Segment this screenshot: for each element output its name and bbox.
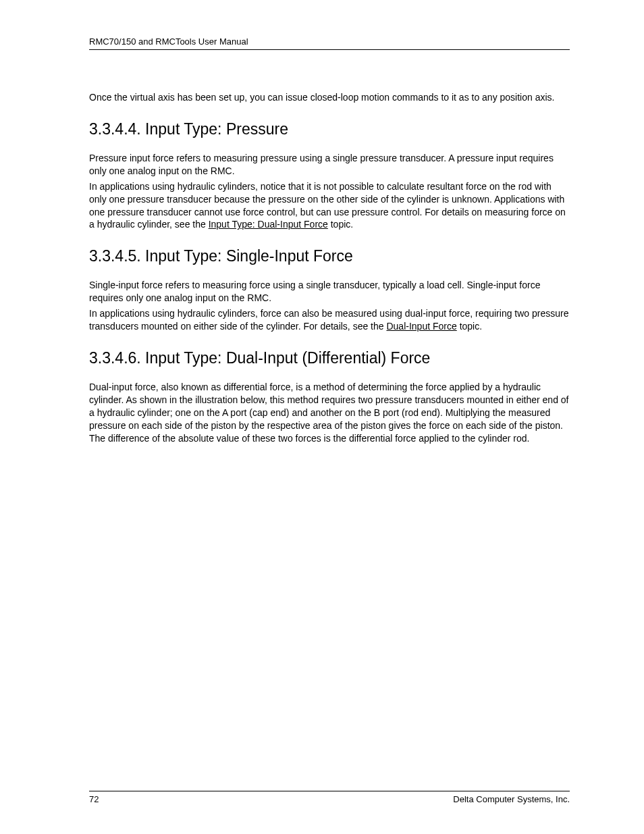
body-text: Pressure input force refers to measuring… bbox=[89, 152, 570, 178]
page-footer: 72 Delta Computer Systems, Inc. bbox=[89, 787, 570, 805]
heading-pressure: 3.3.4.4. Input Type: Pressure bbox=[89, 119, 570, 140]
page-header: RMC70/150 and RMCTools User Manual bbox=[89, 36, 570, 55]
body-text: In applications using hydraulic cylinder… bbox=[89, 307, 570, 333]
header-title: RMC70/150 and RMCTools User Manual bbox=[89, 36, 248, 47]
body-text-span: In applications using hydraulic cylinder… bbox=[89, 308, 569, 332]
body-text: Single-input force refers to measuring f… bbox=[89, 279, 570, 305]
link-dual-input-force[interactable]: Input Type: Dual-Input Force bbox=[209, 219, 328, 230]
body-text-span: topic. bbox=[328, 219, 353, 230]
footer-row: 72 Delta Computer Systems, Inc. bbox=[89, 794, 570, 804]
header-rule bbox=[89, 49, 570, 50]
footer-rule bbox=[89, 791, 570, 791]
page-content: Once the virtual axis has been set up, y… bbox=[89, 91, 570, 447]
page: RMC70/150 and RMCTools User Manual Once … bbox=[0, 0, 644, 834]
link-dual-input-force[interactable]: Dual-Input Force bbox=[386, 321, 456, 332]
intro-paragraph: Once the virtual axis has been set up, y… bbox=[89, 91, 570, 104]
page-number: 72 bbox=[89, 794, 99, 804]
heading-single-input-force: 3.3.4.5. Input Type: Single-Input Force bbox=[89, 246, 570, 267]
body-text: Dual-input force, also known as differen… bbox=[89, 381, 570, 444]
body-text: In applications using hydraulic cylinder… bbox=[89, 180, 570, 232]
heading-dual-input-force: 3.3.4.6. Input Type: Dual-Input (Differe… bbox=[89, 348, 570, 369]
body-text-span: topic. bbox=[457, 321, 482, 332]
footer-company: Delta Computer Systems, Inc. bbox=[453, 794, 570, 804]
